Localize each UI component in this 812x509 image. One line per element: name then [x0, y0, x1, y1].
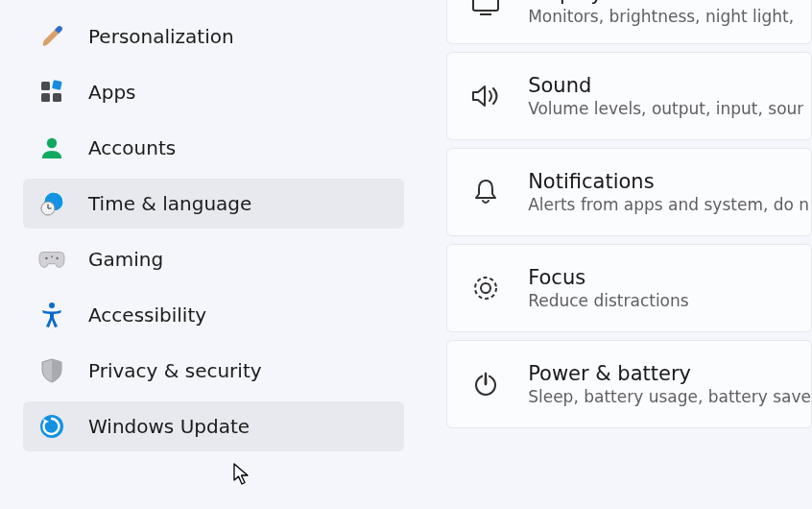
accessibility-icon: [38, 302, 65, 328]
shield-icon: [38, 357, 65, 384]
sidebar-item-label: Windows Update: [88, 415, 250, 438]
person-icon: [38, 134, 65, 161]
sidebar-item-accounts[interactable]: Accounts: [23, 123, 404, 173]
svg-point-10: [56, 257, 58, 259]
card-notifications[interactable]: Notifications Alerts from apps and syste…: [446, 148, 812, 236]
sidebar-item-label: Apps: [88, 81, 136, 104]
card-display[interactable]: Display Monitors, brightness, night ligh…: [446, 0, 812, 44]
sidebar-item-label: Personalization: [88, 25, 234, 48]
svg-point-4: [47, 138, 57, 148]
bell-icon: [470, 177, 501, 207]
svg-point-16: [475, 278, 496, 299]
gamepad-icon: [38, 246, 65, 273]
focus-target-icon: [470, 273, 501, 303]
sidebar-item-apps[interactable]: Apps: [23, 67, 404, 117]
svg-rect-14: [473, 0, 498, 11]
sidebar-item-windows-update[interactable]: Windows Update: [23, 401, 404, 451]
card-sound[interactable]: Sound Volume levels, output, input, sour: [446, 52, 812, 140]
card-power-battery[interactable]: Power & battery Sleep, battery usage, ba…: [446, 340, 812, 428]
card-title: Notifications: [528, 170, 809, 193]
power-icon: [470, 369, 501, 400]
card-body: Sound Volume levels, output, input, sour: [528, 74, 803, 118]
card-subtitle: Reduce distractions: [528, 291, 689, 310]
svg-point-12: [49, 303, 55, 308]
sidebar-item-privacy-security[interactable]: Privacy & security: [23, 346, 404, 396]
speaker-icon: [470, 81, 501, 111]
sidebar-item-personalization[interactable]: Personalization: [23, 12, 404, 61]
svg-point-17: [481, 283, 490, 293]
card-body: Power & battery Sleep, battery usage, ba…: [528, 362, 811, 406]
card-body: Notifications Alerts from apps and syste…: [528, 170, 809, 214]
svg-rect-3: [52, 80, 62, 90]
monitor-icon: [470, 0, 501, 19]
svg-rect-2: [53, 93, 61, 102]
update-sync-icon: [38, 413, 65, 440]
card-title: Focus: [528, 266, 689, 289]
sidebar-item-label: Accounts: [88, 136, 176, 159]
svg-rect-1: [41, 93, 50, 102]
card-subtitle: Volume levels, output, input, sour: [528, 99, 803, 118]
card-subtitle: Monitors, brightness, night light,: [528, 7, 794, 26]
paintbrush-icon: [38, 23, 65, 50]
sidebar-item-label: Privacy & security: [88, 359, 262, 382]
card-focus[interactable]: Focus Reduce distractions: [446, 244, 812, 332]
svg-point-11: [51, 255, 53, 257]
apps-icon: [38, 79, 65, 106]
sidebar-item-time-language[interactable]: Time & language: [23, 179, 404, 229]
sidebar-item-label: Time & language: [88, 192, 251, 215]
sidebar-item-label: Accessibility: [88, 303, 206, 327]
svg-point-9: [45, 257, 47, 259]
settings-layout: Personalization Apps Accounts: [0, 0, 812, 509]
card-body: Display Monitors, brightness, night ligh…: [528, 0, 794, 26]
card-body: Focus Reduce distractions: [528, 266, 689, 310]
svg-rect-0: [41, 82, 50, 90]
card-title: Sound: [528, 74, 803, 97]
sidebar-item-accessibility[interactable]: Accessibility: [23, 290, 404, 340]
card-title: Display: [528, 0, 794, 5]
card-subtitle: Alerts from apps and system, do n: [528, 195, 809, 214]
sidebar-item-label: Gaming: [88, 248, 163, 271]
settings-main-panel: Display Monitors, brightness, night ligh…: [427, 0, 812, 509]
card-title: Power & battery: [528, 362, 811, 385]
sidebar-item-gaming[interactable]: Gaming: [23, 234, 404, 284]
card-subtitle: Sleep, battery usage, battery save: [528, 387, 811, 406]
globe-clock-icon: [38, 190, 65, 217]
sidebar-nav: Personalization Apps Accounts: [0, 0, 427, 509]
